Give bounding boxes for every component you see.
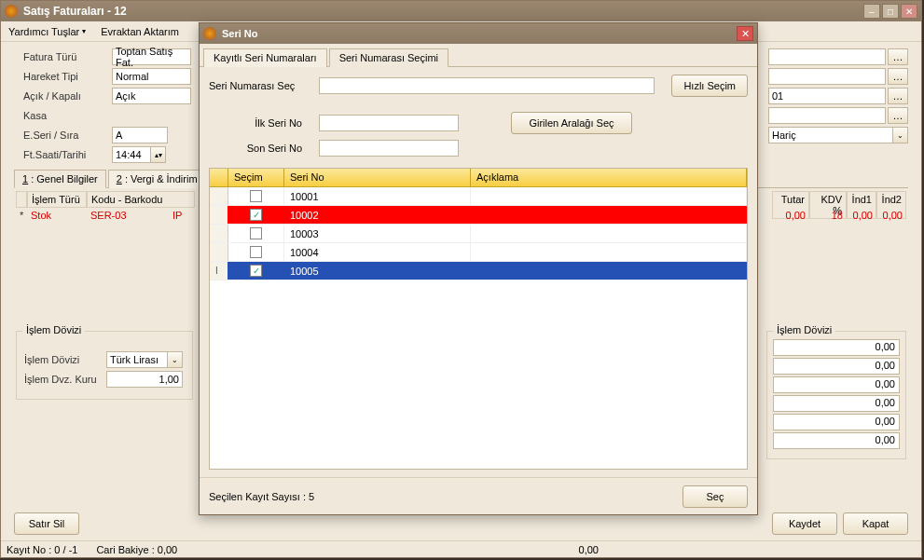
seri-sec-input[interactable]: [319, 77, 655, 94]
status-cari-bakiye: Cari Bakiye : 0,00: [96, 544, 177, 555]
checkbox-icon: ✓: [250, 209, 262, 221]
cell-kodu[interactable]: SER-03: [87, 208, 169, 225]
acik-kapali-label: Açık / Kapalı: [23, 90, 112, 102]
kapat-button[interactable]: Kapat: [843, 512, 908, 535]
cell-kdv[interactable]: 18: [809, 208, 847, 223]
sum-4: 0,00: [773, 395, 900, 412]
row-checkbox-cell[interactable]: ✓: [228, 206, 284, 224]
islem-kuru-input[interactable]: 1,00: [106, 371, 183, 388]
seri-row[interactable]: I✓10005: [210, 262, 747, 280]
row-seri-no: 10002: [284, 206, 471, 224]
row-seri-no: 10004: [284, 243, 471, 261]
fatura-turu-combo[interactable]: Toptan Satış Fat.: [112, 48, 191, 65]
tab-seri-secimi[interactable]: Seri Numarası Seçimi: [329, 48, 448, 67]
islem-dovizi-right-group: İşlem Dövizi 0,00 0,00 0,00 0,00 0,00 0,…: [766, 331, 906, 459]
cell-islem[interactable]: Stok: [27, 208, 87, 225]
son-seri-input[interactable]: [319, 140, 459, 157]
row-seri-no: 10005: [284, 262, 471, 280]
right-field-3[interactable]: 01: [768, 88, 886, 104]
col-secim[interactable]: Seçim: [228, 169, 284, 186]
cell-tutar[interactable]: 0,00: [772, 208, 809, 223]
eseri-label: E.Seri / Sıra: [23, 130, 112, 141]
sum-6: 0,00: [773, 432, 900, 449]
islem-dovizi-label: İşlem Dövizi: [24, 354, 106, 365]
row-aciklama: [471, 187, 747, 205]
haric-caret-icon[interactable]: ⌄: [893, 127, 908, 143]
lookup-button-3[interactable]: …: [888, 88, 908, 104]
checkbox-icon: [250, 190, 262, 202]
lookup-button-4[interactable]: …: [888, 107, 908, 124]
time-spinner-icon[interactable]: ▴▾: [151, 146, 166, 163]
cell-extra: IP: [169, 208, 187, 225]
cell-ind1[interactable]: 0,00: [847, 208, 876, 223]
lookup-button-1[interactable]: …: [888, 48, 908, 65]
maximize-button[interactable]: □: [882, 4, 899, 19]
ftsaati-input[interactable]: 14:44: [112, 146, 151, 163]
dialog-close-button[interactable]: ✕: [737, 26, 753, 41]
checkbox-icon: [250, 246, 262, 258]
fatura-turu-label: Fatura Türü: [23, 51, 112, 62]
main-window-title: Satış Faturaları - 12: [23, 5, 863, 18]
row-seri-no: 10003: [284, 225, 471, 242]
seri-row[interactable]: 10003: [210, 225, 747, 243]
col-aciklama[interactable]: Açıklama: [471, 169, 747, 186]
menu-helper-keys[interactable]: Yardımcı Tuşlar▾: [1, 21, 93, 41]
right-field-1[interactable]: [768, 48, 886, 65]
son-seri-label: Son Seri No: [209, 143, 311, 154]
cell-ind2[interactable]: 0,00: [876, 208, 906, 223]
row-seri-no: 10001: [284, 187, 471, 205]
col-marker: [210, 169, 228, 186]
hareket-tipi-combo[interactable]: Normal: [112, 68, 191, 85]
tab-kayitli-seri[interactable]: Kayıtlı Seri Numaraları: [203, 48, 327, 67]
seri-row[interactable]: ✓10002: [210, 206, 747, 225]
app-icon: [5, 5, 18, 18]
sum-2: 0,00: [773, 358, 900, 375]
kaydet-button[interactable]: Kaydet: [772, 512, 837, 535]
row-aciklama: [471, 262, 747, 280]
minimize-button[interactable]: –: [863, 4, 880, 19]
tab-genel-bilgiler[interactable]: 1 : Genel Bilgiler: [14, 170, 106, 188]
sum-1: 0,00: [773, 339, 900, 356]
islem-dovizi-combo[interactable]: Türk Lirası: [106, 351, 168, 368]
seri-row[interactable]: 10004: [210, 243, 747, 262]
right-field-2[interactable]: [768, 68, 886, 85]
main-titlebar: Satış Faturaları - 12 – □ ✕: [1, 1, 921, 21]
row-aciklama: [471, 206, 747, 224]
islem-dovizi-group: İşlem Dövizi İşlem Dövizi Türk Lirası ⌄ …: [16, 331, 193, 400]
col-seri-no[interactable]: Seri No: [284, 169, 471, 186]
status-zero: 0,00: [579, 544, 599, 555]
menu-transfer[interactable]: Evraktan Aktarım: [93, 21, 186, 41]
girilen-araligi-button[interactable]: Girilen Aralağı Seç: [511, 112, 632, 134]
right-field-4[interactable]: [768, 107, 886, 124]
seri-sec-label: Seri Numarası Seç: [209, 80, 311, 91]
lookup-button-2[interactable]: …: [888, 68, 908, 85]
row-checkbox-cell[interactable]: [228, 243, 284, 261]
dialog-app-icon: [203, 27, 216, 40]
row-marker: I: [210, 262, 228, 280]
islem-kuru-label: İşlem Dvz. Kuru: [24, 374, 106, 385]
ilk-seri-input[interactable]: [319, 115, 459, 131]
acik-kapali-combo[interactable]: Açık: [112, 88, 191, 104]
seri-grid: Seçim Seri No Açıklama 10001✓10002100031…: [209, 168, 748, 470]
islem-dovizi-caret-icon[interactable]: ⌄: [168, 351, 183, 368]
tab-vergi-indirim[interactable]: 2 : Vergi & İndirim: [108, 170, 206, 188]
dialog-title: Seri No: [222, 28, 737, 39]
sec-button[interactable]: Seç: [683, 485, 748, 508]
hizli-secim-button[interactable]: Hızlı Seçim: [671, 75, 748, 97]
checkbox-icon: ✓: [250, 265, 262, 277]
sum-5: 0,00: [773, 414, 900, 430]
haric-combo[interactable]: Hariç: [768, 127, 893, 143]
row-checkbox-cell[interactable]: [228, 187, 284, 205]
close-button[interactable]: ✕: [901, 4, 917, 19]
row-marker: [210, 187, 228, 205]
col-islem-turu: İşlem Türü: [27, 191, 87, 208]
row-checkbox-cell[interactable]: ✓: [228, 262, 284, 280]
satir-sil-button[interactable]: Satır Sil: [14, 512, 79, 535]
seri-row[interactable]: 10001: [210, 187, 747, 206]
status-kayit-no: Kayıt No : 0 / -1: [7, 544, 77, 555]
eseri-input[interactable]: A: [112, 127, 168, 143]
row-checkbox-cell[interactable]: [228, 225, 284, 242]
checkbox-icon: [250, 227, 262, 239]
sum-3: 0,00: [773, 376, 900, 393]
row-marker: [210, 206, 228, 224]
